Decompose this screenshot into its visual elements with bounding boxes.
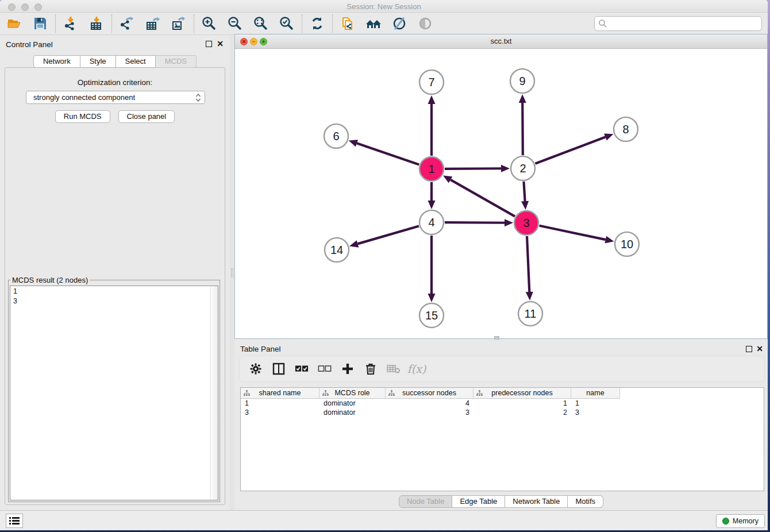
column-header-predecessor-nodes[interactable]: predecessor nodes [473, 388, 571, 399]
save-icon[interactable] [32, 15, 49, 32]
column-header-shared-name[interactable]: shared name [241, 388, 319, 399]
add-column-icon[interactable] [341, 362, 355, 376]
graph-node-15[interactable]: 15 [419, 303, 444, 327]
table-cell[interactable]: 1 [241, 399, 319, 408]
network-window-titlebar[interactable]: × − + scc.txt [235, 34, 767, 49]
float-panel-icon[interactable] [206, 41, 212, 47]
column-header-name[interactable]: name [571, 388, 620, 399]
horizontal-splitter-handle[interactable] [494, 336, 499, 340]
tab-edge-table[interactable]: Edge Table [452, 495, 505, 508]
run-mcds-button[interactable]: Run MCDS [55, 110, 110, 123]
delete-table-icon [387, 362, 401, 376]
graph-edge-4-3[interactable] [445, 222, 505, 223]
graph-node-9[interactable]: 9 [510, 69, 534, 93]
tab-network-table[interactable]: Network Table [505, 495, 568, 508]
show-hide-icon[interactable] [417, 15, 434, 32]
tab-style[interactable]: Style [80, 55, 116, 68]
graph-edge-3-10[interactable] [540, 226, 606, 240]
export-network-icon[interactable] [118, 15, 136, 32]
network-window-title: scc.txt [235, 37, 767, 45]
network-view-window: × − + scc.txt 7968124314101511 [234, 34, 768, 339]
graph-node-11[interactable]: 11 [518, 302, 542, 326]
optimization-criterion-select[interactable]: strongly connected component [26, 91, 205, 104]
table-cell[interactable]: 3 [571, 408, 620, 417]
optimization-criterion-label: Optimization criterion: [5, 78, 225, 87]
table-toolbar: f(x) [239, 356, 765, 382]
zoom-fit-icon[interactable] [252, 15, 270, 32]
graph-node-14[interactable]: 14 [325, 238, 349, 262]
graph-node-3[interactable]: 3 [514, 211, 538, 235]
home-layout-icon[interactable] [365, 15, 382, 32]
graph-edge-1-2[interactable] [445, 168, 501, 169]
graph-edge-4-14[interactable] [357, 226, 418, 244]
open-folder-icon[interactable] [6, 15, 23, 32]
memory-button[interactable]: Memory [716, 514, 765, 528]
float-table-panel-icon[interactable] [746, 346, 752, 352]
table-cell[interactable]: dominator [319, 408, 386, 417]
column-header-successor-nodes[interactable]: successor nodes [386, 388, 473, 399]
table-cell[interactable]: 3 [386, 408, 473, 417]
import-network-icon[interactable] [62, 15, 79, 32]
list-icon [9, 516, 20, 525]
graph-edge-1-6[interactable] [357, 143, 419, 164]
graph-node-4[interactable]: 4 [419, 210, 444, 234]
zoom-out-icon[interactable] [226, 15, 244, 32]
zoom-selected-icon[interactable] [278, 15, 295, 32]
tab-mcds[interactable]: MCDS [156, 55, 197, 68]
graph-edge-3-11[interactable] [527, 236, 529, 292]
tab-motifs[interactable]: Motifs [568, 495, 603, 508]
delete-column-icon[interactable] [364, 362, 378, 376]
graph-arrowhead-3-11 [526, 292, 533, 300]
close-panel-button[interactable]: Close panel [118, 110, 175, 123]
graph-node-10[interactable]: 10 [615, 232, 639, 256]
column-type-icon [476, 390, 483, 396]
graph-arrowhead-2-9 [519, 94, 526, 103]
graph-edge-2-3[interactable] [523, 182, 525, 201]
graph-node-2[interactable]: 2 [511, 156, 535, 180]
import-table-icon[interactable] [88, 15, 105, 32]
network-canvas[interactable]: 7968124314101511 [235, 49, 767, 338]
vertical-splitter[interactable] [230, 36, 234, 510]
table-cell[interactable]: dominator [319, 399, 386, 408]
tab-network[interactable]: Network [33, 55, 80, 68]
svg-text:3: 3 [523, 217, 529, 229]
column-type-icon [244, 390, 250, 396]
graph-edge-3-1[interactable] [451, 180, 515, 217]
mcds-result-box[interactable]: 1 3 [10, 286, 218, 500]
graph-edge-2-8[interactable] [536, 137, 606, 163]
graph-node-6[interactable]: 6 [324, 124, 348, 148]
close-panel-icon[interactable]: ✕ [217, 40, 224, 48]
tab-select[interactable]: Select [116, 55, 156, 68]
table-row-0[interactable]: 1dominator411 [241, 399, 764, 408]
settings-gear-icon[interactable] [249, 362, 263, 376]
select-all-columns-icon[interactable] [295, 362, 309, 376]
graph-node-7[interactable]: 7 [419, 70, 444, 94]
deselect-all-columns-icon[interactable] [318, 362, 332, 376]
export-table-icon[interactable] [144, 15, 161, 32]
split-columns-icon[interactable] [272, 362, 286, 376]
task-history-button[interactable] [6, 514, 23, 528]
clone-network-icon[interactable] [339, 15, 356, 32]
column-header-MCDS-role[interactable]: MCDS role [319, 388, 386, 399]
table-cell[interactable]: 4 [386, 399, 473, 408]
table-panel-tabs: Node TableEdge TableNetwork TableMotifs [234, 495, 768, 508]
tab-node-table[interactable]: Node Table [399, 495, 453, 508]
table-cell[interactable]: 3 [241, 408, 319, 417]
export-image-icon[interactable] [170, 15, 187, 32]
table-panel-title: Table Panel [240, 345, 281, 353]
refresh-layout-icon[interactable] [309, 15, 326, 32]
table-cell[interactable]: 1 [473, 399, 571, 408]
result-scrollbar[interactable] [210, 286, 218, 500]
graphics-details-icon[interactable] [391, 15, 408, 32]
table-cell[interactable]: 1 [571, 399, 620, 408]
graph-arrowhead-3-10 [605, 236, 614, 244]
close-table-panel-icon[interactable]: ✕ [756, 345, 763, 353]
graph-node-1[interactable]: 1 [419, 157, 444, 181]
table-row-1[interactable]: 3dominator323 [241, 408, 764, 417]
control-panel: Control Panel ✕ NetworkStyleSelectMCDS O… [0, 36, 230, 510]
search-input[interactable] [594, 16, 762, 31]
graph-edge-2-9[interactable] [522, 103, 523, 155]
table-cell[interactable]: 2 [473, 408, 571, 417]
zoom-in-icon[interactable] [201, 15, 218, 32]
graph-node-8[interactable]: 8 [614, 117, 638, 141]
